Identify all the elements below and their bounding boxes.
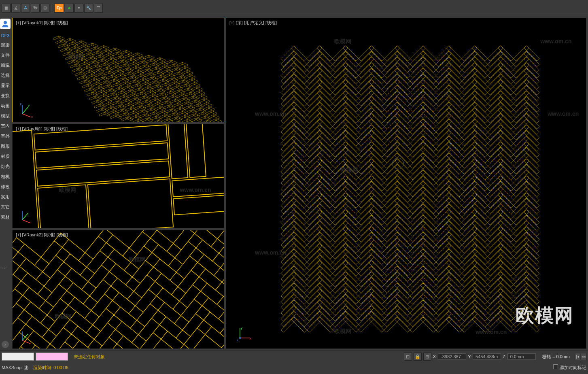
svg-line-20: [22, 340, 30, 344]
sidebar-item-shape[interactable]: 图形: [1, 143, 10, 149]
sidebar-item-anim[interactable]: 动画: [1, 103, 10, 109]
list-icon[interactable]: ☰: [94, 4, 103, 13]
status-swatch-1[interactable]: [2, 353, 34, 361]
coord-y: Y:5454.488m: [468, 353, 501, 360]
svg-text:y: y: [28, 104, 30, 107]
viewport-medium[interactable]: [+] [VRaynk2] [标准] [线框] 欧模网 欧模网: [12, 230, 224, 349]
svg-rect-9: [36, 161, 170, 186]
nav-prev-icon[interactable]: ◂◂: [581, 353, 586, 360]
status-row-1: 未选定任何对象 ⊡ 🔒 ⊞ X:-3982.387 Y:5454.488m Z:…: [0, 351, 588, 362]
svg-point-0: [4, 21, 7, 24]
viewport-scene: [13, 230, 224, 348]
viewport-label[interactable]: [+] [顶] [用户定义] [线框]: [229, 20, 277, 26]
viewport-scene: [13, 18, 224, 122]
selection-lock-icon[interactable]: ⊡: [404, 353, 412, 361]
svg-text:y: y: [241, 326, 242, 330]
svg-line-17: [22, 220, 30, 223]
axis-gizmo-icon: x y z: [18, 102, 34, 118]
main-area: DF3 渲染 文件 编辑 选择 显示 变换 动画 模型 室内 室外 图形 材质 …: [0, 16, 588, 351]
sidebar-item-util[interactable]: 实用: [1, 194, 10, 200]
viewport-closeup[interactable]: [+] [VRay局1] [标准] [线框]: [12, 124, 224, 228]
sidebar-item-interior[interactable]: 室内: [1, 123, 10, 129]
coord-x-value[interactable]: -3982.387: [438, 353, 466, 360]
grid-label: 栅格 = 0.0mm: [542, 354, 570, 360]
nav-first-icon[interactable]: |◂: [575, 353, 580, 360]
svg-line-3: [22, 107, 28, 114]
axis-a-icon[interactable]: A: [21, 4, 30, 13]
viewports-left-column: [+] [VRaynk1] [标准] [线框] 欧模网 x y z [+] [V…: [12, 18, 224, 349]
toolbar-separator: [51, 4, 53, 13]
lock-icon[interactable]: 🔒: [414, 353, 422, 361]
viewport-top[interactable]: [+] [顶] [用户定义] [线框] 欧模网 www.om.cn www.om…: [226, 18, 586, 349]
sidebar-item-render[interactable]: 渲染: [1, 42, 10, 48]
isolate-icon[interactable]: ⊞: [423, 353, 431, 361]
axis-gizmo-icon: [18, 328, 34, 344]
coord-y-value[interactable]: 5454.488m: [473, 353, 501, 360]
svg-line-18: [22, 213, 28, 220]
coord-z: Z:0.0mm: [503, 353, 536, 360]
tool-icon[interactable]: ✦: [74, 4, 83, 13]
svg-line-21: [22, 334, 28, 340]
viewport-perspective[interactable]: [+] [VRaynk1] [标准] [线框] 欧模网 x y z: [12, 18, 224, 122]
svg-text:z: z: [20, 102, 21, 106]
sidebar-item-material[interactable]: 材质: [1, 153, 10, 159]
sidebar-item-edit[interactable]: 编辑: [1, 62, 10, 68]
object-snap-icon[interactable]: ⊞: [40, 4, 49, 13]
sidebar-item-select[interactable]: 选择: [1, 72, 10, 79]
sidebar-item-light[interactable]: 灯光: [1, 164, 10, 170]
svg-rect-10: [38, 185, 89, 228]
render-time-label: 渲染时间: 0:00:06: [33, 365, 68, 371]
svg-rect-12: [168, 124, 188, 179]
maxscript-label[interactable]: MAXScript 迷: [2, 365, 28, 371]
svg-rect-8: [35, 143, 168, 168]
selection-status: 未选定任何对象: [74, 354, 105, 360]
sidebar-item-model[interactable]: 模型: [1, 113, 10, 119]
sidebar-item-camera[interactable]: 相机: [1, 174, 10, 180]
coord-x: X:-3982.387: [433, 353, 466, 360]
sidebar-item-modify[interactable]: 修改: [1, 184, 10, 190]
snap-angle-icon[interactable]: ∡: [11, 4, 20, 13]
sidebar-item-assets[interactable]: 素材: [1, 214, 10, 220]
svg-rect-14: [172, 177, 224, 197]
sidebar: DF3 渲染 文件 编辑 选择 显示 变换 动画 模型 室内 室外 图形 材质 …: [0, 16, 11, 351]
snap-percent-icon[interactable]: %: [31, 4, 40, 13]
wrench-icon[interactable]: 🔧: [84, 4, 93, 13]
viewport-scene: [13, 124, 224, 228]
sidebar-watermark: om.cn: [0, 266, 8, 270]
status-bar: 未选定任何对象 ⊡ 🔒 ⊞ X:-3982.387 Y:5454.488m Z:…: [0, 351, 588, 374]
svg-rect-13: [186, 124, 206, 178]
fp-button[interactable]: Fp: [54, 4, 64, 13]
avatar-icon[interactable]: [0, 19, 11, 29]
svg-rect-15: [173, 195, 224, 215]
forest-icon[interactable]: ♣: [65, 4, 74, 13]
svg-text:x: x: [31, 115, 33, 118]
sidebar-item-other[interactable]: 其它: [1, 204, 10, 210]
viewport-label[interactable]: [+] [VRay局1] [标准] [线框]: [16, 126, 68, 132]
viewport-scene: [226, 18, 586, 348]
big-watermark: 欧模网: [516, 303, 574, 328]
svg-line-1: [22, 114, 30, 117]
viewports-container: [+] [VRaynk1] [标准] [线框] 欧模网 x y z [+] [V…: [11, 16, 588, 351]
sidebar-item-transform[interactable]: 变换: [1, 93, 10, 99]
svg-text:z: z: [237, 338, 238, 342]
axis-gizmo-icon: [18, 208, 34, 224]
snap-grid-icon[interactable]: ▦: [2, 4, 11, 13]
time-nav: |◂ ◂◂: [575, 353, 586, 360]
top-toolbar: ▦ ∡ A % ⊞ Fp ♣ ✦ 🔧 ☰: [0, 0, 588, 16]
svg-rect-11: [88, 179, 173, 228]
coord-z-value[interactable]: 0.0mm: [507, 353, 536, 360]
axis-gizmo-icon: x y z: [236, 326, 252, 342]
sidebar-item-file[interactable]: 文件: [1, 52, 10, 58]
viewport-label[interactable]: [+] [VRaynk2] [标准] [线框]: [16, 232, 68, 238]
status-swatch-2[interactable]: [36, 353, 68, 361]
svg-point-28: [239, 337, 241, 339]
sidebar-item-exterior[interactable]: 室外: [1, 133, 10, 139]
sidebar-expand-icon[interactable]: ›: [2, 341, 9, 348]
sidebar-item-display[interactable]: 显示: [1, 83, 10, 89]
viewport-label[interactable]: [+] [VRaynk1] [标准] [线框]: [16, 20, 68, 26]
svg-text:x: x: [250, 337, 251, 340]
profile-label: DF3: [1, 33, 10, 38]
time-tag-checkbox[interactable]: 添加时间标记: [553, 364, 586, 371]
status-row-2: MAXScript 迷 渲染时间: 0:00:06 添加时间标记: [0, 362, 588, 373]
